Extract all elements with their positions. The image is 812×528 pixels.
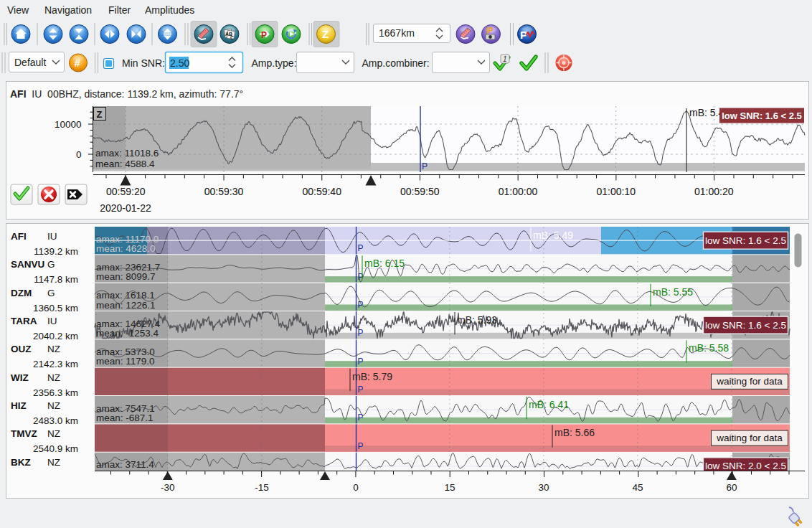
svg-text:2356.3 km: 2356.3 km [33, 387, 78, 398]
svg-text:30: 30 [538, 482, 549, 493]
svg-text:01:00:20: 01:00:20 [694, 186, 734, 197]
svg-text:IU: IU [47, 316, 57, 326]
svg-text:P: P [358, 412, 364, 423]
svg-text:-15: -15 [255, 482, 269, 493]
svg-text:mB: 5.93: mB: 5.93 [457, 314, 497, 326]
svg-text:WIZ: WIZ [11, 372, 29, 383]
svg-text:amax: 11018.6: amax: 11018.6 [95, 148, 159, 159]
svg-text:NZ: NZ [47, 372, 60, 383]
svg-text:0: 0 [76, 149, 82, 160]
svg-text:IU: IU [47, 231, 57, 242]
svg-text:NZ: NZ [47, 400, 60, 411]
svg-text:P: P [358, 385, 364, 395]
svg-text:mean: 4628.0: mean: 4628.0 [96, 243, 156, 254]
svg-text:0: 0 [353, 482, 359, 493]
svg-text:mB: 6.41: mB: 6.41 [529, 399, 569, 410]
svg-text:mB: 5.66: mB: 5.66 [554, 427, 595, 438]
svg-text:P: P [422, 161, 428, 171]
svg-text:01:00:10: 01:00:10 [596, 186, 636, 197]
svg-text:45: 45 [632, 482, 643, 493]
svg-text:G: G [47, 288, 55, 298]
svg-text:P: P [358, 357, 364, 367]
svg-text:AFI IU 00BHZ, distance: 1139: AFI IU 00BHZ, distance: 1139.2 km, azimu… [10, 88, 243, 100]
svg-text:60: 60 [726, 482, 737, 493]
svg-text:P: P [358, 328, 364, 338]
svg-text:mean: 8099.7: mean: 8099.7 [96, 271, 156, 282]
svg-text:G: G [47, 259, 55, 270]
svg-text:2020-01-22: 2020-01-22 [100, 202, 151, 214]
svg-text:2540.9 km: 2540.9 km [33, 443, 78, 454]
svg-text:waiting for data: waiting for data [716, 376, 783, 387]
svg-text:TMVZ: TMVZ [11, 428, 37, 439]
svg-text:2142.3 km: 2142.3 km [33, 359, 78, 369]
svg-text:low SNR: 1.6 < 2.5: low SNR: 1.6 < 2.5 [705, 320, 786, 331]
svg-text:1360.5 km: 1360.5 km [33, 303, 78, 314]
svg-text:SANVU: SANVU [11, 259, 44, 270]
svg-text:NZ: NZ [47, 344, 60, 354]
svg-text:00:59:20: 00:59:20 [106, 186, 146, 197]
svg-text:low SNR: 1.6 < 2.5: low SNR: 1.6 < 2.5 [722, 110, 802, 121]
svg-text:DZM: DZM [11, 288, 32, 298]
svg-text:1139.2 km: 1139.2 km [34, 246, 78, 257]
svg-text:00:59:40: 00:59:40 [302, 186, 341, 197]
svg-text:low SNR: 1.6 < 2.5: low SNR: 1.6 < 2.5 [705, 235, 786, 246]
svg-text:2040.2 km: 2040.2 km [33, 331, 78, 341]
svg-text:mB: 5.58: mB: 5.58 [689, 342, 729, 354]
svg-text:mean: 1179.0: mean: 1179.0 [96, 356, 155, 367]
svg-text:15: 15 [444, 482, 455, 493]
svg-text:01:00:00: 01:00:00 [499, 186, 538, 197]
svg-text:OUZ: OUZ [11, 344, 32, 354]
svg-text:Z: Z [97, 109, 103, 120]
svg-text:mB: 5.79: mB: 5.79 [352, 371, 392, 382]
svg-text:P: P [358, 243, 364, 253]
svg-text:mean: -1253.4: mean: -1253.4 [96, 328, 159, 339]
svg-text:1147.8 km: 1147.8 km [34, 274, 78, 285]
svg-text:10000: 10000 [55, 119, 82, 130]
svg-text:-30: -30 [161, 482, 175, 493]
svg-text:mB: 5.55: mB: 5.55 [653, 286, 693, 298]
svg-text:waiting for data: waiting for data [716, 433, 783, 443]
svg-text:00:59:50: 00:59:50 [400, 186, 440, 197]
svg-text:amax: 3711.4: amax: 3711.4 [96, 459, 154, 470]
svg-text:TARA: TARA [11, 316, 37, 326]
svg-text:HIZ: HIZ [11, 400, 27, 411]
svg-text:P: P [358, 441, 364, 451]
svg-text:2483.0 km: 2483.0 km [33, 415, 78, 426]
svg-text:low SNR: 2.0 < 2.5: low SNR: 2.0 < 2.5 [705, 461, 786, 471]
svg-text:mean: 4588.4: mean: 4588.4 [95, 159, 155, 169]
svg-text:00:59:30: 00:59:30 [204, 186, 244, 197]
svg-text:NZ: NZ [47, 457, 60, 468]
svg-text:mean: -687.1: mean: -687.1 [96, 412, 154, 423]
svg-text:P: P [358, 300, 364, 310]
svg-text:mean: 1226.1: mean: 1226.1 [96, 300, 156, 311]
svg-text:BKZ: BKZ [11, 457, 31, 468]
svg-text:NZ: NZ [47, 428, 60, 439]
svg-text:mB: 6.15: mB: 6.15 [364, 258, 405, 269]
svg-text:AFI: AFI [11, 231, 27, 242]
svg-text:mB: 5.49: mB: 5.49 [533, 230, 573, 241]
